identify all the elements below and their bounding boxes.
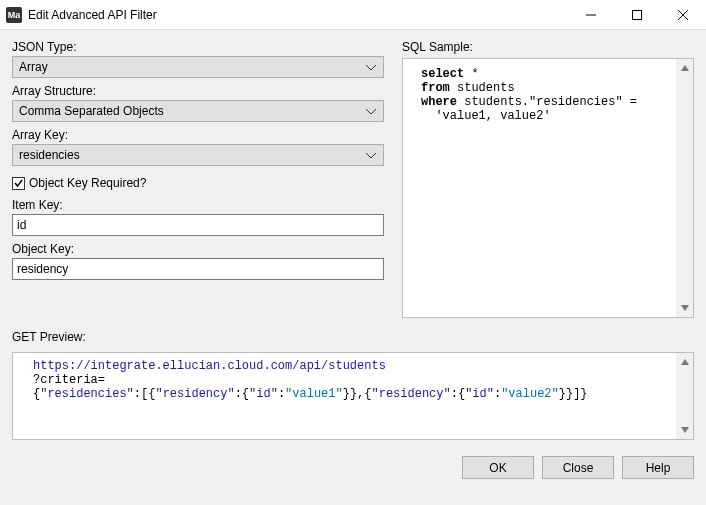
scroll-down-icon[interactable]	[678, 423, 692, 437]
sql-scrollbar[interactable]	[676, 59, 693, 317]
array-key-select[interactable]: residencies	[12, 144, 384, 166]
close-button[interactable]: Close	[542, 456, 614, 479]
array-structure-value: Comma Separated Objects	[19, 104, 363, 118]
titlebar: Ma Edit Advanced API Filter	[0, 0, 706, 30]
json-type-value: Array	[19, 60, 363, 74]
item-key-label: Item Key:	[12, 198, 384, 212]
sql-sample-label: SQL Sample:	[402, 40, 694, 54]
chevron-down-icon	[363, 60, 379, 74]
json-type-label: JSON Type:	[12, 40, 384, 54]
window-title: Edit Advanced API Filter	[28, 8, 568, 22]
maximize-button[interactable]	[614, 0, 660, 30]
get-preview-text[interactable]: https://integrate.ellucian.cloud.com/api…	[13, 353, 676, 439]
button-row: OK Close Help	[12, 456, 694, 479]
minimize-button[interactable]	[568, 0, 614, 30]
item-key-input[interactable]	[12, 214, 384, 236]
object-key-input[interactable]	[12, 258, 384, 280]
preview-scrollbar[interactable]	[676, 353, 693, 439]
object-key-required-checkbox[interactable]	[12, 177, 25, 190]
scroll-down-icon[interactable]	[678, 301, 692, 315]
array-key-label: Array Key:	[12, 128, 384, 142]
help-button[interactable]: Help	[622, 456, 694, 479]
sql-sample-box: select * from students where students."r…	[402, 58, 694, 318]
sql-sample-column: SQL Sample: select * from students where…	[402, 40, 694, 318]
array-structure-label: Array Structure:	[12, 84, 384, 98]
array-key-value: residencies	[19, 148, 363, 162]
form-left-column: JSON Type: Array Array Structure: Comma …	[12, 40, 384, 280]
sql-sample-text[interactable]: select * from students where students."r…	[403, 59, 676, 317]
scroll-up-icon[interactable]	[678, 61, 692, 75]
object-key-required-label: Object Key Required?	[29, 176, 146, 190]
ok-button[interactable]: OK	[462, 456, 534, 479]
get-preview-label: GET Preview:	[12, 330, 694, 344]
get-preview-box: https://integrate.ellucian.cloud.com/api…	[12, 352, 694, 440]
chevron-down-icon	[363, 148, 379, 162]
chevron-down-icon	[363, 104, 379, 118]
close-window-button[interactable]	[660, 0, 706, 30]
json-type-select[interactable]: Array	[12, 56, 384, 78]
array-structure-select[interactable]: Comma Separated Objects	[12, 100, 384, 122]
window-controls	[568, 0, 706, 30]
app-icon: Ma	[6, 7, 22, 23]
scroll-up-icon[interactable]	[678, 355, 692, 369]
svg-rect-1	[633, 10, 642, 19]
dialog-content: JSON Type: Array Array Structure: Comma …	[0, 30, 706, 505]
object-key-label: Object Key:	[12, 242, 384, 256]
